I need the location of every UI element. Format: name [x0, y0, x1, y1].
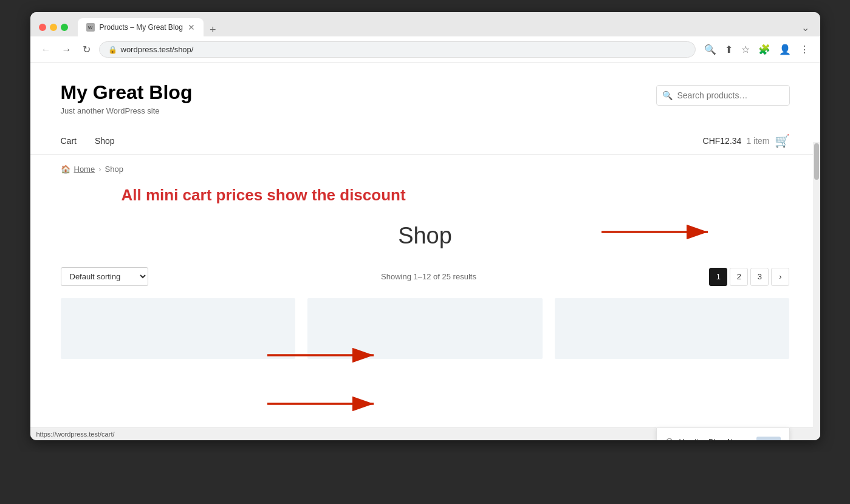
scrollbar-thumb[interactable]	[814, 143, 819, 180]
browser-window: W Products – My Great Blog ✕ + ⌄ ← → ↻ 🔒…	[30, 12, 820, 440]
annotation-text: All mini cart prices show the discount	[122, 186, 790, 205]
breadcrumb-home[interactable]: Home	[74, 165, 95, 174]
tab-title: Products – My Great Blog	[100, 23, 183, 32]
product-grid	[61, 298, 790, 359]
status-url: https://wordpress.test/cart/	[36, 431, 115, 438]
scrollbar[interactable]	[813, 142, 820, 440]
address-bar: ← → ↻ 🔒 wordpress.test/shop/ 🔍 ⬆ ☆ 🧩 👤 ⋮	[30, 36, 820, 63]
site-branding: My Great Blog Just another WordPress sit…	[61, 81, 193, 115]
nav-link-cart[interactable]: Cart	[61, 128, 77, 154]
mini-cart-item-name: Hoodie - Blue, No	[679, 437, 750, 440]
extensions-button[interactable]: 🧩	[756, 41, 773, 58]
product-card[interactable]	[555, 298, 790, 359]
url-text: wordpress.test/shop/	[121, 45, 194, 54]
upload-button[interactable]: ⬆	[722, 41, 735, 58]
page-next[interactable]: ›	[771, 268, 789, 286]
page-content: My Great Blog Just another WordPress sit…	[30, 63, 820, 427]
cart-icon: 🛒	[775, 134, 790, 148]
content-area: 🏠 Home › Shop	[30, 155, 820, 369]
maximize-button[interactable]	[61, 24, 68, 31]
breadcrumb-separator: ›	[98, 165, 101, 174]
shop-toolbar: Default sorting Showing 1–12 of 25 resul…	[61, 267, 790, 286]
new-tab-button[interactable]: +	[207, 24, 219, 36]
breadcrumb-current: Shop	[105, 165, 123, 174]
mini-cart-item-thumbnail	[756, 437, 781, 440]
cart-amount: CHF12.34	[703, 136, 742, 146]
breadcrumb: 🏠 Home › Shop	[61, 165, 790, 174]
mini-cart-dropdown: ⊗ Hoodie - Blue, No 1 × CHF12.34 Subtota…	[656, 427, 790, 440]
header-search: 🔍	[656, 85, 790, 106]
site-tagline: Just another WordPress site	[61, 106, 193, 115]
remove-item-button[interactable]: ⊗	[665, 437, 673, 440]
security-icon: 🔒	[108, 46, 117, 54]
menu-button[interactable]: ⋮	[797, 41, 812, 58]
site-nav: Cart Shop CHF12.34 1 item 🛒	[30, 128, 820, 155]
home-icon: 🏠	[61, 165, 70, 174]
search-action-button[interactable]: 🔍	[702, 41, 719, 58]
page-3[interactable]: 3	[750, 268, 769, 286]
search-input[interactable]	[656, 85, 790, 106]
profile-button[interactable]: 👤	[776, 41, 793, 58]
sorting-select[interactable]: Default sorting	[61, 267, 148, 286]
mini-cart-item: ⊗ Hoodie - Blue, No 1 × CHF12.34	[657, 428, 789, 440]
tab-favicon: W	[86, 23, 95, 32]
cart-widget[interactable]: CHF12.34 1 item 🛒	[703, 134, 790, 148]
product-card[interactable]	[61, 298, 296, 359]
page-2[interactable]: 2	[730, 268, 748, 286]
site-title[interactable]: My Great Blog	[61, 81, 193, 103]
search-icon: 🔍	[662, 90, 673, 100]
pagination: 1 2 3 ›	[709, 268, 789, 286]
arrow-to-subtotal	[267, 392, 389, 418]
results-count: Showing 1–12 of 25 results	[381, 272, 476, 281]
cart-count: 1 item	[746, 136, 769, 146]
browser-titlebar: W Products – My Great Blog ✕ + ⌄	[30, 12, 820, 36]
tab-overflow-button[interactable]: ⌄	[799, 19, 812, 36]
url-bar[interactable]: 🔒 wordpress.test/shop/	[99, 41, 696, 58]
site-header: My Great Blog Just another WordPress sit…	[30, 63, 820, 128]
back-button[interactable]: ←	[39, 43, 53, 56]
page-1[interactable]: 1	[709, 268, 727, 286]
tab-close-button[interactable]: ✕	[188, 22, 195, 32]
traffic-lights	[39, 24, 68, 31]
page-title: Shop	[61, 223, 790, 249]
tab-bar: W Products – My Great Blog ✕ +	[78, 18, 793, 36]
forward-button[interactable]: →	[60, 43, 74, 56]
close-button[interactable]	[39, 24, 46, 31]
browser-actions: 🔍 ⬆ ☆ 🧩 👤 ⋮	[702, 41, 812, 58]
nav-link-shop[interactable]: Shop	[95, 128, 115, 154]
bookmark-button[interactable]: ☆	[739, 41, 752, 58]
nav-links: Cart Shop	[61, 128, 115, 154]
product-card[interactable]	[307, 298, 543, 359]
mini-cart-item-info: Hoodie - Blue, No 1 × CHF12.34	[679, 437, 750, 440]
minimize-button[interactable]	[50, 24, 57, 31]
main-content: 🏠 Home › Shop	[61, 165, 790, 359]
reload-button[interactable]: ↻	[80, 43, 93, 56]
active-tab[interactable]: W Products – My Great Blog ✕	[78, 18, 204, 36]
